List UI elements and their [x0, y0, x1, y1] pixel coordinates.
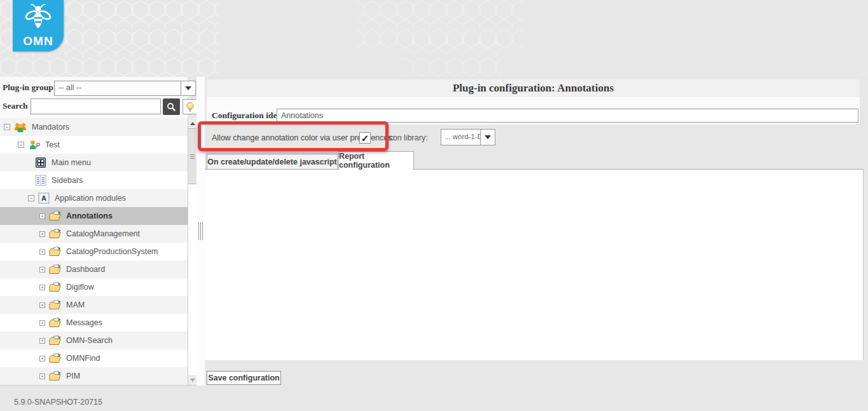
plugin-icon [49, 282, 61, 293]
tree-item-label: PIM [66, 372, 80, 381]
plugin-icon [49, 371, 61, 382]
scroll-down-button[interactable] [188, 375, 196, 385]
checkmark-icon: ✓ [361, 133, 369, 143]
tree-item-label: CatalogProductionSystem [66, 247, 158, 256]
tree-item-pim[interactable]: + PIM [0, 367, 188, 385]
tree-item-label: Dashboard [66, 265, 105, 274]
save-configuration-button[interactable]: Save configuration [207, 371, 281, 385]
search-icon [167, 102, 176, 112]
tree-item-omn-search[interactable]: + OMN-Search [0, 332, 188, 349]
plugin-icon [49, 335, 61, 346]
sidebars-icon [35, 175, 46, 186]
plugin-group-selected-value: -- all -- [55, 81, 181, 95]
version-label: 5.9.0-SNAPSHOT-20715 [14, 398, 102, 407]
collapse-icon[interactable]: − [28, 195, 34, 201]
tree-item-label: Annotations [66, 212, 113, 220]
tree-item-annotations[interactable]: + Annotations [0, 207, 188, 225]
search-label: Search [3, 101, 28, 111]
search-hint-button[interactable] [183, 99, 198, 114]
plugin-icon [49, 300, 61, 311]
tree-item-catalogmanagement[interactable]: + CatalogManagement [0, 225, 188, 243]
collapse-icon[interactable]: − [4, 124, 10, 130]
panel-splitter[interactable] [196, 77, 205, 386]
tree-scrollbar[interactable] [188, 118, 196, 385]
chevron-down-icon [185, 86, 191, 90]
expand-icon[interactable]: + [39, 285, 45, 290]
main-title-bar: Plug-in configuration: Annotations [207, 79, 860, 97]
scroll-up-icon [190, 122, 195, 125]
mandator-user-icon [28, 140, 40, 151]
bee-icon [24, 3, 52, 32]
logo-text: OMN [13, 34, 64, 48]
tree-item-label: Mandators [32, 123, 69, 131]
tree-item-catalogproductionsystem[interactable]: + CatalogProductionSystem [0, 243, 188, 260]
page-title: Plug-in configuration: Annotations [207, 79, 860, 97]
allow-annotation-color-checkbox[interactable]: ✓ [359, 132, 371, 144]
tree-item-mam[interactable]: + MAM [0, 296, 188, 314]
tree-item-sidebars[interactable]: Sidebars [0, 172, 188, 189]
expand-icon[interactable]: + [39, 231, 45, 237]
main-menu-icon [35, 157, 46, 168]
splitter-grip-icon [200, 222, 201, 240]
tree-item-digiflow[interactable]: + Digiflow [0, 278, 188, 296]
expand-icon[interactable]: + [39, 356, 45, 361]
plugin-group-dropdown-button[interactable] [181, 81, 195, 95]
splitter-grip-icon [202, 222, 203, 240]
config-identifier-input[interactable] [277, 109, 858, 123]
expand-icon[interactable]: + [39, 338, 45, 344]
icon-library-label: Icon library: [387, 133, 428, 142]
expand-icon[interactable]: + [39, 302, 45, 308]
expand-icon[interactable]: + [39, 249, 45, 255]
search-button[interactable] [163, 98, 180, 115]
application-modules-icon: A [38, 192, 50, 204]
scroll-up-button[interactable] [188, 118, 196, 128]
expand-icon[interactable]: + [39, 213, 45, 219]
tree-item-label: MAM [66, 300, 85, 309]
tree-item-label: Sidebars [52, 176, 83, 185]
tab-label: On create/update/delete javascript [207, 158, 337, 166]
lightbulb-icon [185, 102, 195, 112]
plugin-icon [49, 353, 61, 364]
honeycomb-pattern [0, 0, 868, 77]
tree-item-main-menu[interactable]: Main menu [0, 154, 188, 172]
expand-icon[interactable]: + [39, 374, 45, 379]
plugin-icon [49, 246, 61, 257]
tree-item-dashboard[interactable]: + Dashboard [0, 260, 188, 278]
tree-item-test[interactable]: − Test [0, 136, 188, 154]
app-window: OMN Plug-in group -- all -- Search − [0, 0, 868, 411]
tree-item-omnfind[interactable]: + OMNFind [0, 349, 188, 367]
search-input[interactable] [31, 98, 161, 114]
plugin-group-label: Plug-in group [3, 83, 53, 93]
tree-bottom-border [0, 385, 196, 386]
tree-item-mandators[interactable]: − Mandators [0, 118, 188, 136]
scroll-down-icon [190, 379, 195, 382]
plugin-icon [49, 318, 61, 328]
plugin-icon [49, 211, 61, 222]
icon-library-dropdown-button[interactable] [480, 130, 495, 145]
tree-item-label: OMN-Search [66, 336, 113, 345]
collapse-icon[interactable]: − [18, 142, 24, 148]
omn-logo: OMN [13, 0, 64, 51]
svg-text:A: A [41, 194, 46, 202]
plugin-icon [49, 264, 61, 275]
mandators-group-icon [14, 122, 27, 133]
tree-item-label: Digiflow [66, 283, 94, 292]
top-banner: OMN [0, 0, 868, 77]
tree-item-label: Main menu [52, 158, 91, 167]
expand-icon[interactable]: + [39, 320, 45, 326]
chevron-down-icon [485, 135, 491, 139]
icon-library-select[interactable]: ... word-1-DE [441, 129, 495, 145]
tree-item-label: OMNFind [66, 354, 100, 363]
expand-icon[interactable]: + [39, 267, 45, 273]
tab-report-configuration[interactable]: Report configuration [338, 151, 414, 170]
tree-item-application-modules[interactable]: − A Application modules [0, 189, 188, 207]
splitter-grip-icon [198, 222, 199, 240]
plugin-group-select[interactable]: -- all -- [54, 81, 196, 96]
tree-item-label: Test [45, 140, 60, 149]
tree-item-messages[interactable]: + Messages [0, 314, 188, 332]
icon-library-selected-value: ... word-1-DE [441, 130, 480, 145]
plugin-icon [49, 229, 61, 239]
tree-item-label: Application modules [55, 194, 126, 203]
scrollbar-thumb[interactable] [188, 128, 196, 184]
tab-on-create-update-delete-javascript[interactable]: On create/update/delete javascript [207, 154, 338, 170]
